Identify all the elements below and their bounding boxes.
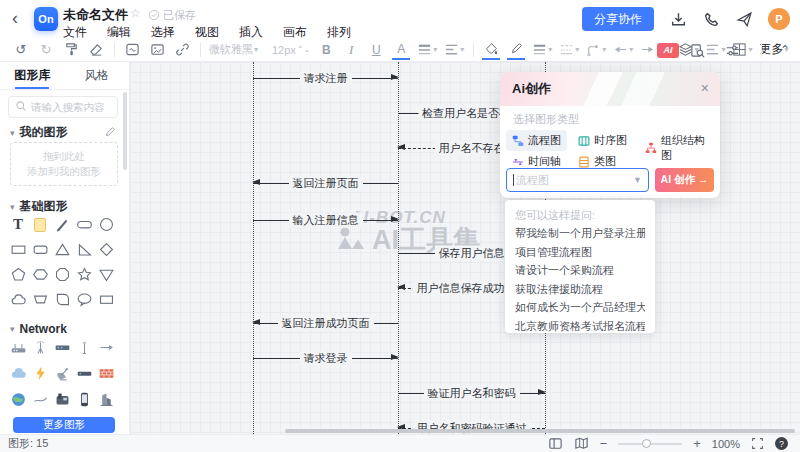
antenna-shape-icon[interactable]: [73, 334, 95, 360]
ai-suggestion-item[interactable]: 获取法律援助流程: [515, 280, 645, 299]
desk-phone-shape-icon[interactable]: [51, 386, 73, 412]
diamond-shape-icon[interactable]: [95, 237, 117, 262]
callout-shape-icon[interactable]: [73, 287, 95, 312]
type-chip-组织结构图[interactable]: 组织结构图: [639, 130, 720, 166]
close-icon[interactable]: ×: [701, 80, 709, 96]
octagon-shape-icon[interactable]: [51, 262, 73, 287]
rectangle-2-shape-icon[interactable]: [95, 287, 117, 312]
edit-icon[interactable]: [104, 124, 117, 142]
globe-shape-icon[interactable]: [7, 386, 29, 412]
cloud-shape-icon[interactable]: [7, 360, 29, 386]
sticky-note-shape-icon[interactable]: [29, 212, 51, 237]
format-painter-icon[interactable]: [62, 40, 80, 60]
firewall-shape-icon[interactable]: [95, 360, 117, 386]
right-triangle-shape-icon[interactable]: [73, 237, 95, 262]
more-shapes-button[interactable]: 更多图形: [13, 417, 115, 433]
line-width-icon[interactable]: ▾: [532, 40, 552, 60]
building-shape-icon[interactable]: [95, 386, 117, 412]
font-size-stepper[interactable]: 12px⌃⌄: [272, 40, 310, 60]
zoom-out-button[interactable]: −: [600, 436, 608, 451]
triangle-shape-icon[interactable]: [51, 237, 73, 262]
server-shape-icon[interactable]: [73, 360, 95, 386]
underline-button[interactable]: U: [367, 40, 385, 60]
app-logo[interactable]: On: [34, 7, 58, 31]
line-height-icon[interactable]: ▾: [417, 40, 437, 60]
star-shape-icon[interactable]: [73, 262, 95, 287]
tab-style[interactable]: 风格: [65, 62, 130, 89]
stroke-color-icon[interactable]: [507, 40, 525, 60]
ai-suggestion-item[interactable]: 项目管理流程图: [515, 243, 645, 262]
download-icon[interactable]: [669, 10, 687, 28]
type-chip-时序图[interactable]: 时序图: [572, 130, 633, 151]
antenna-tower-shape-icon[interactable]: [29, 334, 51, 360]
type-chip-流程图[interactable]: 流程图: [506, 130, 567, 151]
lifeline-1[interactable]: [253, 62, 254, 434]
minimap-icon[interactable]: [574, 436, 589, 451]
line-style-icon[interactable]: ▾: [559, 40, 579, 60]
pen-shape-icon[interactable]: [51, 212, 73, 237]
rounded-rectangle-shape-icon[interactable]: [29, 237, 51, 262]
tab-shape-library[interactable]: 图形库: [0, 62, 65, 89]
circle-shape-icon[interactable]: [95, 212, 117, 237]
my-shapes-dropzone[interactable]: 拖到此处 添加到我的图形: [10, 142, 118, 186]
ai-prompt-input[interactable]: [516, 174, 631, 186]
stadium-shape-icon[interactable]: [73, 212, 95, 237]
sidebar-scrollbar[interactable]: [123, 92, 127, 170]
trapezoid-shape-icon[interactable]: [29, 287, 51, 312]
triangle-down-shape-icon[interactable]: [95, 262, 117, 287]
share-collaborate-button[interactable]: 分享协作: [582, 7, 654, 31]
avatar[interactable]: P: [768, 8, 790, 30]
connector-type-icon[interactable]: ▾: [586, 40, 606, 60]
send-icon[interactable]: [735, 10, 753, 28]
lightning-shape-icon[interactable]: [29, 360, 51, 386]
shape-search[interactable]: [8, 96, 118, 118]
cloud-shape-shape-icon[interactable]: [7, 287, 29, 312]
switch-shape-icon[interactable]: [51, 334, 73, 360]
lifeline-2[interactable]: [398, 62, 399, 434]
undo-icon[interactable]: ↺: [12, 40, 30, 60]
rectangle-shape-icon[interactable]: [7, 237, 29, 262]
ai-suggestion-item[interactable]: 北京教师资格考试报名流程图: [515, 317, 645, 336]
ai-suggestion-item[interactable]: 请设计一个采购流程: [515, 261, 645, 280]
zoom-slider[interactable]: [618, 439, 682, 449]
favorite-star-icon[interactable]: ☆: [130, 6, 141, 20]
wifi-router-shape-icon[interactable]: [7, 334, 29, 360]
find-replace-icon[interactable]: [689, 40, 707, 60]
phone-icon[interactable]: [702, 10, 720, 28]
list-style-icon[interactable]: ▾: [444, 40, 464, 60]
ai-suggestion-item[interactable]: 如何成长为一个产品经理大神: [515, 298, 645, 317]
document-title[interactable]: 未命名文件: [63, 6, 128, 24]
pentagon-shape-icon[interactable]: [7, 262, 29, 287]
settings-sliders-icon[interactable]: [724, 40, 742, 60]
back-button[interactable]: ‹: [12, 8, 18, 29]
search-input[interactable]: [31, 101, 111, 113]
redo-icon[interactable]: ↻: [37, 40, 55, 60]
chevron-down-icon[interactable]: ▼: [633, 175, 642, 185]
zoom-slider-thumb[interactable]: [642, 439, 651, 448]
quarter-round-shape-icon[interactable]: [51, 287, 73, 312]
font-color-button[interactable]: A: [392, 40, 410, 60]
my-shapes-section-header[interactable]: ▾我的图形: [10, 124, 68, 141]
ai-create-button[interactable]: AI 创作 →: [655, 168, 714, 192]
help-button[interactable]: ?: [775, 437, 788, 450]
link-icon[interactable]: [173, 40, 191, 60]
fullscreen-icon[interactable]: [751, 437, 764, 450]
text-shape-icon[interactable]: T: [7, 212, 29, 237]
ai-prompt-field[interactable]: ▼: [506, 168, 649, 192]
canvas-horizontal-scrollbar[interactable]: [285, 429, 795, 433]
mobile-phone-shape-icon[interactable]: [73, 386, 95, 412]
collapse-toolbar-icon[interactable]: ⌃: [780, 43, 790, 57]
bold-button[interactable]: B: [317, 40, 335, 60]
cable-shape-icon[interactable]: [29, 386, 51, 412]
italic-button[interactable]: I: [342, 40, 360, 60]
insert-image-icon[interactable]: [148, 40, 166, 60]
clear-format-icon[interactable]: [87, 40, 105, 60]
panel-toggle-icon[interactable]: [548, 436, 563, 451]
fill-color-icon[interactable]: [482, 40, 500, 60]
arrow-start-icon[interactable]: ▾: [613, 40, 633, 60]
satellite-dish-shape-icon[interactable]: [51, 360, 73, 386]
hexagon-shape-icon[interactable]: [29, 262, 51, 287]
ai-suggestion-item[interactable]: 帮我绘制一个用户登录注册流程: [515, 224, 645, 243]
font-family-select[interactable]: 微软雅黑▾: [209, 40, 265, 60]
shape-frame-icon[interactable]: [123, 40, 141, 60]
